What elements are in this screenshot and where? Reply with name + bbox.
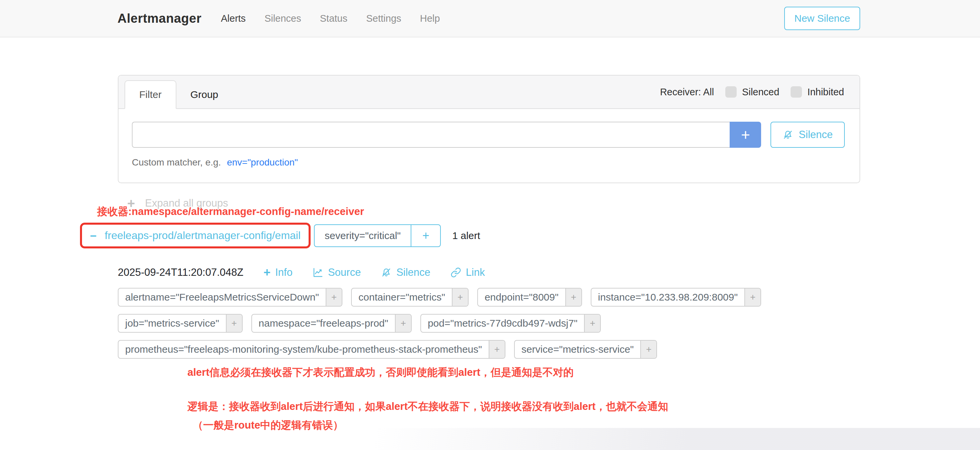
label-chip-text: job="metrics-service" bbox=[118, 315, 226, 332]
note-line-2: 逻辑是：接收器收到alert后进行通知，如果alert不在接收器下，说明接收器没… bbox=[188, 399, 980, 414]
label-chip-plus-button[interactable]: + bbox=[745, 288, 760, 306]
nav-links: Alerts Silences Status Settings Help bbox=[221, 13, 440, 24]
chart-line-icon bbox=[313, 267, 323, 278]
bell-slash-icon bbox=[381, 267, 391, 278]
silenced-checkbox-wrap[interactable]: Silenced bbox=[725, 86, 779, 98]
inhibited-checkbox-label: Inhibited bbox=[807, 87, 844, 98]
label-chip-text: pod="metrics-77d9cdb497-wdsj7" bbox=[421, 315, 584, 332]
silenced-checkbox-label: Silenced bbox=[742, 87, 779, 98]
receiver-selector[interactable]: Receiver: All bbox=[660, 87, 714, 98]
nav-item-help[interactable]: Help bbox=[420, 13, 440, 24]
info-link-label: Info bbox=[275, 266, 293, 279]
label-chip: instance="10.233.98.209:8009" + bbox=[591, 288, 761, 307]
label-chip-plus-button[interactable]: + bbox=[584, 315, 600, 332]
label-chip-text: namespace="freeleaps-prod" bbox=[252, 315, 395, 332]
label-chip-text: instance="10.233.98.209:8009" bbox=[592, 288, 745, 306]
nav-item-alerts[interactable]: Alerts bbox=[221, 13, 246, 24]
receiver-group-button[interactable]: − freeleaps-prod/alertmanager-config/ema… bbox=[87, 227, 304, 244]
label-chip-text: endpoint="8009" bbox=[478, 288, 565, 306]
label-chip-text: prometheus="freeleaps-monitoring-system/… bbox=[118, 341, 488, 358]
label-chip-plus-button[interactable]: + bbox=[326, 288, 342, 306]
matcher-help-text: Custom matcher, e.g. bbox=[132, 157, 221, 168]
label-chip: endpoint="8009" + bbox=[477, 288, 582, 307]
label-chip: pod="metrics-77d9cdb497-wdsj7" + bbox=[420, 314, 601, 333]
matcher-input[interactable] bbox=[132, 122, 730, 148]
label-chip-plus-button[interactable]: + bbox=[488, 341, 505, 358]
nav-item-silences[interactable]: Silences bbox=[264, 13, 301, 24]
group-matcher-plus-button[interactable]: + bbox=[410, 225, 440, 246]
bottom-shade bbox=[0, 428, 980, 450]
label-chip: prometheus="freeleaps-monitoring-system/… bbox=[118, 340, 505, 359]
receiver-annotation-text: 接收器:namespace/altermanager-config-name/r… bbox=[97, 204, 980, 219]
alert-external-link[interactable]: Link bbox=[450, 266, 485, 279]
label-chip: namespace="freeleaps-prod" + bbox=[251, 314, 412, 333]
alert-silence-link[interactable]: Silence bbox=[381, 266, 430, 279]
alert-detail: 2025-09-24T11:20:07.048Z + Info Source S… bbox=[118, 266, 980, 359]
tab-filter[interactable]: Filter bbox=[124, 80, 177, 109]
filter-card-body: + Silence Custom matcher, e.g. env="prod… bbox=[118, 109, 859, 182]
label-chip-plus-button[interactable]: + bbox=[395, 315, 411, 332]
nav-item-settings[interactable]: Settings bbox=[366, 13, 401, 24]
info-plus-icon: + bbox=[263, 266, 270, 279]
alert-silence-link-label: Silence bbox=[396, 266, 430, 279]
note-line-1: alert信息必须在接收器下才表示配置成功，否则即使能看到alert，但是通知是… bbox=[188, 365, 980, 379]
silence-button-label: Silence bbox=[799, 129, 833, 141]
group-matcher-label: severity="critical" bbox=[315, 225, 410, 246]
alert-labels: alertname="FreeleapsMetricsServiceDown" … bbox=[118, 288, 864, 359]
filter-card: Filter Group Receiver: All Silenced Inhi… bbox=[118, 75, 860, 183]
annotation-notes: alert信息必须在接收器下才表示配置成功，否则即使能看到alert，但是通知是… bbox=[188, 365, 980, 432]
tab-group[interactable]: Group bbox=[177, 81, 232, 108]
label-chip: job="metrics-service" + bbox=[118, 314, 243, 333]
label-chip-text: alertname="FreeleapsMetricsServiceDown" bbox=[118, 288, 326, 306]
top-navbar: Alertmanager Alerts Silences Status Sett… bbox=[0, 0, 980, 38]
label-chip-plus-button[interactable]: + bbox=[452, 288, 468, 306]
label-chip-text: container="metrics" bbox=[352, 288, 452, 306]
matcher-help: Custom matcher, e.g. env="production" bbox=[132, 157, 845, 168]
bell-slash-icon bbox=[783, 129, 793, 140]
filter-header-right: Receiver: All Silenced Inhibited bbox=[660, 86, 844, 98]
alert-timestamp: 2025-09-24T11:20:07.048Z bbox=[118, 266, 243, 279]
label-chip: container="metrics" + bbox=[351, 288, 469, 307]
alert-count: 1 alert bbox=[452, 230, 480, 241]
silenced-checkbox[interactable] bbox=[725, 86, 737, 98]
info-link[interactable]: + Info bbox=[263, 266, 293, 279]
link-icon bbox=[450, 267, 461, 278]
app-brand[interactable]: Alertmanager bbox=[118, 11, 202, 26]
alert-meta-row: 2025-09-24T11:20:07.048Z + Info Source S… bbox=[118, 266, 980, 279]
silence-button[interactable]: Silence bbox=[770, 122, 845, 148]
label-chip-plus-button[interactable]: + bbox=[640, 341, 656, 358]
label-chip: service="metrics-service" + bbox=[514, 340, 657, 359]
nav-item-status[interactable]: Status bbox=[320, 13, 347, 24]
matcher-help-example-link[interactable]: env="production" bbox=[227, 157, 298, 168]
filter-card-header: Filter Group Receiver: All Silenced Inhi… bbox=[118, 76, 859, 109]
label-chip-text: service="metrics-service" bbox=[515, 341, 641, 358]
source-link[interactable]: Source bbox=[313, 266, 361, 279]
add-matcher-button[interactable]: + bbox=[730, 122, 761, 148]
label-chip: alertname="FreeleapsMetricsServiceDown" … bbox=[118, 288, 342, 307]
collapse-minus-icon: − bbox=[90, 230, 97, 241]
alert-external-link-label: Link bbox=[466, 266, 485, 279]
label-chip-plus-button[interactable]: + bbox=[226, 315, 242, 332]
source-link-label: Source bbox=[328, 266, 361, 279]
matcher-input-group: + bbox=[132, 122, 761, 148]
red-highlight-box: − freeleaps-prod/alertmanager-config/ema… bbox=[80, 223, 310, 249]
receiver-group-name: freeleaps-prod/alertmanager-config/email bbox=[105, 229, 301, 242]
new-silence-button[interactable]: New Silence bbox=[784, 7, 860, 30]
receiver-group-row: − freeleaps-prod/alertmanager-config/ema… bbox=[80, 223, 980, 249]
inhibited-checkbox[interactable] bbox=[791, 86, 802, 98]
label-chip-plus-button[interactable]: + bbox=[565, 288, 581, 306]
inhibited-checkbox-wrap[interactable]: Inhibited bbox=[791, 86, 844, 98]
matcher-row: + Silence bbox=[132, 122, 845, 148]
group-matcher-chip: severity="critical" + bbox=[314, 224, 441, 247]
